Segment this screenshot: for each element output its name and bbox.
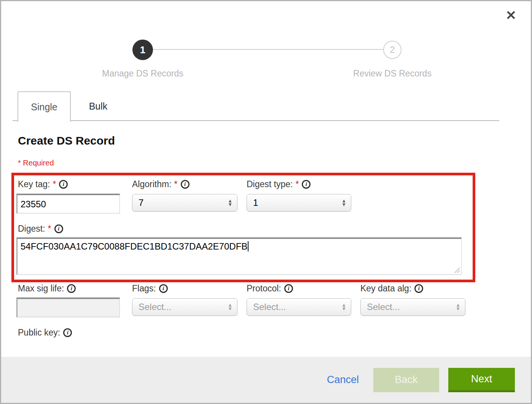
key-data-alg-label-text: Key data alg: bbox=[360, 283, 411, 294]
tab-bulk[interactable]: Bulk bbox=[72, 91, 125, 121]
close-icon[interactable]: ✕ bbox=[506, 9, 517, 22]
tab-single[interactable]: Single bbox=[18, 91, 71, 122]
digest-type-value: 1 bbox=[253, 197, 258, 208]
required-asterisk: * bbox=[53, 179, 56, 189]
resize-grip-icon[interactable] bbox=[454, 267, 460, 273]
required-asterisk: * bbox=[174, 179, 178, 189]
digest-label: Digest: * i bbox=[18, 224, 63, 234]
key-tag-input[interactable]: 23550 bbox=[16, 194, 120, 213]
flags-label-text: Flags: bbox=[132, 283, 156, 294]
algorithm-value: 7 bbox=[139, 197, 143, 208]
info-icon[interactable]: i bbox=[302, 180, 311, 189]
step-2-number: 2 bbox=[390, 45, 395, 55]
digest-type-select[interactable]: 1 ▲ ▼ bbox=[247, 194, 351, 212]
protocol-label: Protocol: i bbox=[247, 283, 293, 294]
info-icon[interactable]: i bbox=[67, 284, 76, 293]
key-tag-label-text: Key tag: bbox=[18, 179, 50, 189]
digest-type-label-text: Digest type: bbox=[247, 179, 293, 189]
modal-footer: Cancel Back Next bbox=[1, 357, 531, 403]
flags-label: Flags: i bbox=[132, 283, 168, 294]
stepper-step-1: 1 bbox=[132, 40, 153, 60]
info-icon[interactable]: i bbox=[284, 284, 293, 293]
protocol-select[interactable]: Select... ▲ ▼ bbox=[247, 298, 351, 316]
public-key-label-text: Public key: bbox=[18, 328, 60, 338]
flags-value: Select... bbox=[139, 302, 172, 312]
create-ds-record-modal: ✕ 1 2 Manage DS Records Review DS Record… bbox=[0, 0, 532, 404]
info-icon[interactable]: i bbox=[63, 328, 72, 337]
spinner-down-icon: ▼ bbox=[341, 307, 346, 311]
key-data-alg-select[interactable]: Select... ▲ ▼ bbox=[360, 298, 465, 316]
stepper-track bbox=[143, 49, 392, 50]
info-icon[interactable]: i bbox=[54, 224, 63, 233]
key-data-alg-label: Key data alg: i bbox=[360, 283, 423, 294]
max-sig-life-label: Max sig life: i bbox=[18, 283, 76, 294]
info-icon[interactable]: i bbox=[159, 284, 168, 293]
spinner-arrows-icon: ▲ ▼ bbox=[341, 303, 346, 311]
next-button-label: Next bbox=[471, 373, 492, 385]
required-asterisk: * bbox=[48, 224, 51, 234]
required-asterisk: * bbox=[295, 179, 299, 189]
spinner-arrows-icon: ▲ ▼ bbox=[341, 199, 346, 207]
text-caret bbox=[248, 241, 248, 251]
algorithm-label-text: Algorithm: bbox=[132, 179, 172, 189]
back-button[interactable]: Back bbox=[373, 368, 439, 392]
next-button[interactable]: Next bbox=[448, 368, 515, 392]
max-sig-life-label-text: Max sig life: bbox=[18, 283, 64, 294]
spinner-down-icon: ▼ bbox=[228, 203, 233, 207]
spinner-down-icon: ▼ bbox=[341, 203, 346, 207]
info-icon[interactable]: i bbox=[59, 180, 68, 189]
protocol-label-text: Protocol: bbox=[247, 283, 281, 294]
tab-bar: Single Bulk bbox=[13, 91, 499, 121]
algorithm-label: Algorithm: * i bbox=[132, 179, 190, 189]
step-1-label: Manage DS Records bbox=[59, 68, 226, 79]
public-key-label: Public key: i bbox=[18, 328, 72, 338]
digest-value: 54FCF030AA1C79C0088FDEC1BD1C37DAA2E70DFB bbox=[21, 241, 247, 252]
cancel-button[interactable]: Cancel bbox=[327, 374, 359, 386]
protocol-value: Select... bbox=[253, 302, 286, 312]
algorithm-select[interactable]: 7 ▲ ▼ bbox=[132, 194, 237, 212]
info-icon[interactable]: i bbox=[414, 284, 423, 293]
digest-label-text: Digest: bbox=[18, 224, 45, 234]
spinner-arrows-icon: ▲ ▼ bbox=[456, 303, 460, 311]
spinner-down-icon: ▼ bbox=[228, 307, 233, 311]
digest-textarea[interactable]: 54FCF030AA1C79C0088FDEC1BD1C37DAA2E70DFB bbox=[16, 237, 462, 275]
flags-select[interactable]: Select... ▲ ▼ bbox=[132, 298, 237, 316]
step-2-label: Review DS Records bbox=[309, 68, 476, 79]
key-tag-label: Key tag: * i bbox=[18, 179, 68, 189]
key-tag-value: 23550 bbox=[21, 199, 46, 210]
digest-type-label: Digest type: * i bbox=[247, 179, 311, 189]
spinner-down-icon: ▼ bbox=[456, 307, 460, 311]
back-button-label: Back bbox=[395, 374, 417, 386]
stepper-step-2: 2 bbox=[383, 41, 401, 59]
key-data-alg-value: Select... bbox=[367, 302, 400, 312]
spinner-arrows-icon: ▲ ▼ bbox=[228, 303, 233, 311]
tab-single-label: Single bbox=[31, 102, 57, 113]
step-1-number: 1 bbox=[140, 44, 145, 56]
spinner-arrows-icon: ▲ ▼ bbox=[228, 199, 233, 207]
info-icon[interactable]: i bbox=[181, 180, 190, 189]
tab-bulk-label: Bulk bbox=[89, 101, 108, 112]
max-sig-life-input[interactable] bbox=[16, 297, 120, 317]
required-note: * Required bbox=[18, 159, 54, 167]
page-title: Create DS Record bbox=[18, 134, 115, 147]
